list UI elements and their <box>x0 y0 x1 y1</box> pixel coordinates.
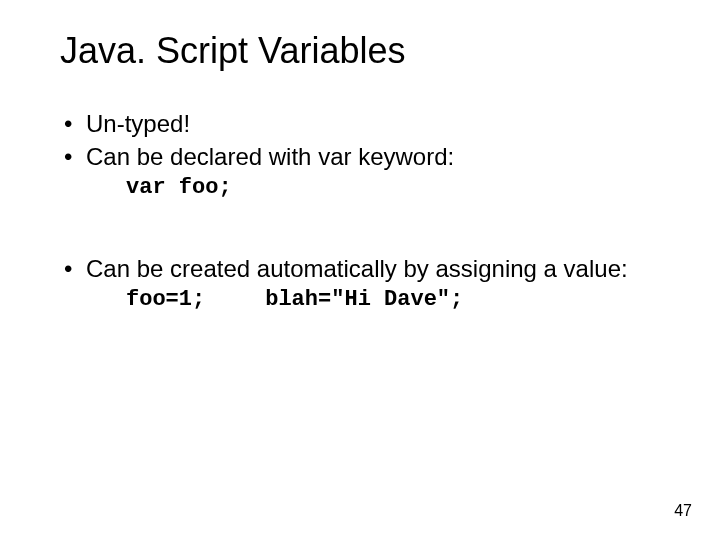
spacer <box>60 205 660 253</box>
bullet-text: Can be created automatically by assignin… <box>86 255 628 282</box>
code-line: foo=1; <box>126 286 205 315</box>
code-line: blah="Hi Dave"; <box>265 286 463 315</box>
page-number: 47 <box>674 502 692 520</box>
bullet-item: Can be created automatically by assignin… <box>60 253 660 315</box>
bullet-item: Can be declared with var keyword: var fo… <box>60 141 660 203</box>
code-row: foo=1; blah="Hi Dave"; <box>126 286 660 315</box>
bullet-list: Un-typed! Can be declared with var keywo… <box>60 108 660 203</box>
slide: Java. Script Variables Un-typed! Can be … <box>0 0 720 315</box>
code-line: var foo; <box>126 174 660 203</box>
bullet-list: Can be created automatically by assignin… <box>60 253 660 315</box>
bullet-text: Un-typed! <box>86 110 190 137</box>
slide-title: Java. Script Variables <box>60 30 660 72</box>
bullet-text: Can be declared with var keyword: <box>86 143 454 170</box>
bullet-item: Un-typed! <box>60 108 660 139</box>
